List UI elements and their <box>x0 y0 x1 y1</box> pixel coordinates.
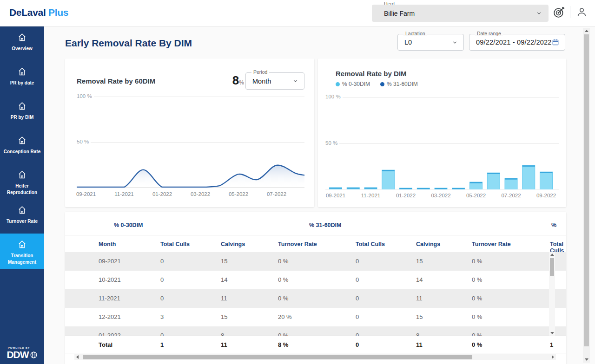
table-row: 10-20210140 %0140 % <box>65 271 566 289</box>
period-select-label: Period <box>251 69 269 75</box>
table-cell: 10-2021 <box>99 276 121 283</box>
table-column-header: Turnover Rate <box>278 241 317 247</box>
table-cell: 0 % <box>472 313 482 320</box>
removal-rate-dim-card: Removal Rate by DIM % 0-30DIM% 31-60DIM … <box>318 58 566 207</box>
table-hscroll-thumb[interactable] <box>83 355 472 359</box>
home-icon <box>17 67 27 77</box>
page-vscroll-thumb[interactable] <box>584 34 589 346</box>
x-axis-tick: 01-2022 <box>396 193 416 198</box>
table-total-row: Total1118 %0110 %1 <box>65 336 566 353</box>
table-header-divider <box>65 235 566 235</box>
app-root: DeLaval Plus Herd Billie Farm <box>0 0 595 364</box>
user-account-icon[interactable] <box>575 5 588 19</box>
legend-label: % 31-60DIM <box>387 81 418 87</box>
table-cell: 20 % <box>278 313 292 320</box>
date-range-value: 09/22/2021 - 09/22/2022 <box>476 39 552 46</box>
date-range-picker[interactable]: Date range 09/22/2021 - 09/22/2022 <box>469 34 565 51</box>
page-vertical-scrollbar[interactable] <box>583 28 590 363</box>
scrollbar-left-arrow[interactable] <box>76 355 79 359</box>
sidebar-item-label: Transition Management <box>2 253 42 265</box>
period-select[interactable]: Period Month <box>245 72 304 90</box>
table-cell: 0 <box>356 258 359 265</box>
scrollbar-down-arrow[interactable] <box>585 358 588 361</box>
goal-target-icon-svg <box>553 6 565 19</box>
table-total-cell: 8 % <box>278 341 288 348</box>
table-vertical-scrollbar[interactable] <box>549 252 555 336</box>
top-icons <box>552 5 588 19</box>
x-axis-tick: 05-2022 <box>466 193 486 198</box>
home-icon <box>17 101 27 111</box>
table-body: 09-20210150 %0150 %10-20210140 %0140 %11… <box>65 252 566 336</box>
x-axis-tick: 03-2022 <box>191 191 210 197</box>
table-cell: 15 <box>416 313 423 320</box>
table-column-header: Turnover Rate <box>472 241 511 247</box>
table-vscroll-thumb[interactable] <box>550 258 554 276</box>
sidebar-item-overview[interactable]: Overview <box>0 26 44 61</box>
user-account-icon-svg <box>576 6 588 18</box>
table-cell: 11 <box>221 295 227 302</box>
chevron-down-icon <box>536 10 542 16</box>
bar-chart-legend: % 0-30DIM% 31-60DIM <box>336 81 418 87</box>
x-axis-tick: 11-2021 <box>361 193 380 198</box>
home-icon <box>17 170 27 180</box>
sidebar-item-label: PR by date <box>10 80 34 86</box>
table-cell: 3 <box>160 313 164 320</box>
table-cell: 14 <box>416 276 423 283</box>
sidebar-item-pr-by-date[interactable]: PR by date <box>0 61 44 95</box>
legend-item-0-30dim[interactable]: % 0-30DIM <box>336 81 370 87</box>
table-cell: 0 <box>160 276 164 283</box>
legend-dot <box>336 82 340 86</box>
x-axis-tick: 09-2021 <box>326 193 345 198</box>
table-cell: 15 <box>416 258 423 265</box>
table-column-header: Calvings <box>416 241 440 247</box>
sidebar-item-heifer-reproduction[interactable]: Heifer Reproduction <box>0 164 44 199</box>
lactation-select[interactable]: Lactation L0 <box>397 34 464 51</box>
herd-select[interactable]: Billie Farm <box>372 5 549 22</box>
table-cell: 15 <box>221 258 227 265</box>
x-axis-tick: 11-2021 <box>114 191 133 197</box>
legend-item-31-60dim[interactable]: % 31-60DIM <box>380 81 418 87</box>
scrollbar-up-arrow[interactable] <box>585 30 588 32</box>
bar-series <box>325 97 559 189</box>
goal-target-icon[interactable] <box>552 5 566 19</box>
top-bar: DeLaval Plus Herd Billie Farm <box>0 0 595 26</box>
app-logo: DeLaval Plus <box>9 7 68 18</box>
table-cell: 0 % <box>472 276 482 283</box>
table-horizontal-scrollbar[interactable] <box>74 354 556 360</box>
sidebar-item-turnover-rate[interactable]: Turnover Rate <box>0 199 44 234</box>
removal-rate-table-card: % 0-30DIM% 31-60DIM% MonthTotal CullsCal… <box>65 212 566 364</box>
table-cell: 8 <box>416 332 419 336</box>
table-column-header: Calvings <box>221 241 245 247</box>
table-row: 09-20210150 %0150 % <box>65 252 566 271</box>
table-cell: 14 <box>221 276 227 283</box>
table-total-cell: 11 <box>416 341 423 348</box>
table-total-cell: 1 <box>550 341 553 348</box>
table-cell: 0 % <box>472 258 482 265</box>
date-range-label: Date range <box>475 31 503 36</box>
table-total-cell: 0 <box>356 341 359 348</box>
table-column-header: Month <box>99 241 116 247</box>
home-icon <box>17 136 27 145</box>
sidebar-item-label: PR by DIM <box>11 114 33 121</box>
table-column-header: Total Culls <box>160 241 190 247</box>
sidebar-item-pr-by-dim[interactable]: PR by DIM <box>0 95 44 130</box>
app-logo-delaval: DeLaval <box>9 7 46 18</box>
x-axis-tick: 07-2022 <box>267 191 286 197</box>
kpi-value: 8 <box>232 73 239 87</box>
home-icon <box>17 240 27 249</box>
x-axis-tick: 09-2021 <box>76 191 96 197</box>
chevron-down-icon <box>452 39 458 46</box>
calendar-icon <box>552 39 559 46</box>
sidebar-item-label: Turnover Rate <box>7 218 38 225</box>
bar-chart-plot: 100 %50 % <box>325 97 559 189</box>
x-axis-tick: 09-2022 <box>536 193 556 198</box>
scrollbar-down-arrow[interactable] <box>550 332 554 334</box>
line-series <box>77 97 304 188</box>
sidebar-item-conception-rate[interactable]: Conception Rate <box>0 130 44 164</box>
scrollbar-up-arrow[interactable] <box>550 254 554 256</box>
scrollbar-right-arrow[interactable] <box>552 355 554 359</box>
sidebar-item-transition-management[interactable]: Transition Management <box>0 234 44 269</box>
line-chart-plot: 100 %50 % <box>77 97 304 188</box>
kpi-unit: % <box>239 79 244 86</box>
lactation-select-value: L0 <box>404 39 452 46</box>
